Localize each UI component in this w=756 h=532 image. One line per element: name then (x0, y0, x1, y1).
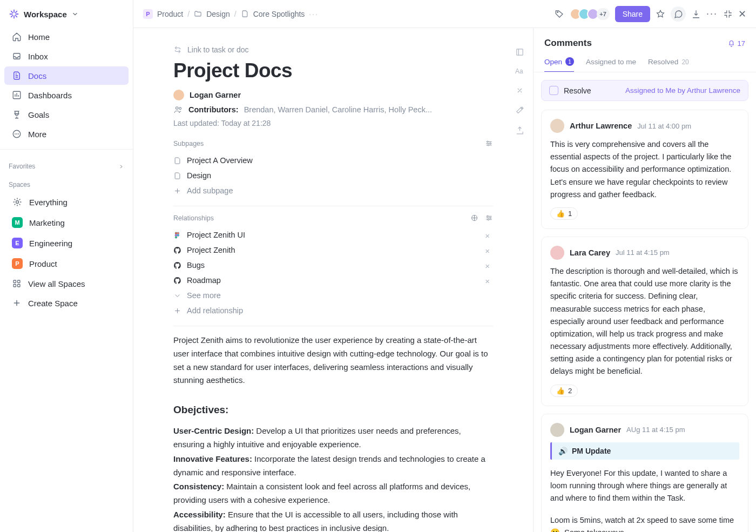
nav-goals[interactable]: Goals (4, 105, 129, 124)
breadcrumb-space-chip[interactable]: P (143, 9, 153, 19)
github-icon (173, 277, 181, 285)
overflow-menu-icon[interactable]: ··· (706, 8, 718, 19)
link-icon[interactable] (470, 214, 478, 222)
objective-item: User-Centric Design: Develop a UI that p… (173, 425, 493, 452)
page-width-icon[interactable] (515, 48, 524, 57)
relationship-item[interactable]: Roadmap × (173, 273, 493, 288)
collapse-icon[interactable] (723, 9, 733, 19)
space-label: Engineering (29, 239, 72, 248)
objective-item: Consistency: Maintain a consistent look … (173, 480, 493, 507)
remove-icon[interactable]: × (485, 231, 490, 240)
comment-card[interactable]: Lara Carey Jul 11 at 4:15 pm The descrip… (541, 237, 748, 406)
svg-rect-7 (18, 280, 21, 283)
link-task-row[interactable]: Link to task or doc (173, 45, 493, 54)
more-dots-icon[interactable]: ··· (309, 10, 319, 18)
chevron-down-icon (71, 10, 79, 18)
chevron-right-icon (118, 164, 124, 170)
github-icon (173, 261, 181, 270)
relationship-item[interactable]: Bugs × (173, 258, 493, 273)
svg-point-18 (487, 216, 489, 217)
breadcrumbs: P Product / Design / Core Spotlights ··· (143, 9, 319, 19)
grid-icon (12, 279, 22, 288)
resolve-button[interactable]: Resolve (549, 86, 591, 95)
favorites-heading[interactable]: Favorites (0, 155, 133, 173)
space-product[interactable]: P Product (4, 254, 129, 273)
reaction-chip[interactable]: 👍 1 (550, 207, 578, 220)
contributors-label: Contributors: (188, 105, 239, 114)
doc-body[interactable]: Project Zenith aims to revolutionize the… (173, 334, 493, 532)
subpage-item[interactable]: Project A Overview (173, 153, 493, 168)
comments-tab-assigned[interactable]: Assigned to me (586, 57, 636, 72)
breadcrumb-item[interactable]: Product (157, 10, 183, 18)
comments-tab-open[interactable]: Open 1 (544, 57, 574, 72)
checkbox-icon (549, 86, 558, 95)
github-icon (173, 246, 181, 254)
comment-icon[interactable] (671, 6, 686, 22)
export-icon[interactable] (515, 126, 524, 135)
workspace-logo-icon (9, 9, 19, 19)
nav-docs[interactable]: Docs (4, 66, 129, 85)
space-everything[interactable]: Everything (4, 192, 129, 212)
contributors-value[interactable]: Brendan, Warren Daniel, Caroline Harris,… (244, 105, 432, 114)
remove-icon[interactable]: × (485, 277, 490, 286)
space-badge: P (12, 258, 23, 269)
comment-card[interactable]: Logan Garner AUg 11 at 4:15 pm 🔊 PM Upda… (541, 414, 748, 532)
nav-home[interactable]: Home (4, 28, 129, 46)
tag-icon[interactable] (555, 9, 564, 19)
magic-wand-icon[interactable] (515, 106, 524, 115)
pm-update-banner: 🔊 PM Update (550, 442, 739, 460)
font-icon[interactable]: Aa (515, 68, 524, 75)
star-icon[interactable] (656, 9, 665, 19)
reaction-chip[interactable]: 👍 2 (550, 385, 578, 397)
relationship-item[interactable]: Project Zenith × (173, 243, 493, 258)
comments-tab-resolved[interactable]: Resolved 20 (648, 57, 689, 72)
doc-icon (173, 157, 181, 165)
doc-title[interactable]: Project Docs (173, 59, 493, 82)
tab-badge: 1 (565, 57, 574, 66)
add-relationship[interactable]: Add relationship (173, 303, 493, 318)
relationship-item[interactable]: Project Zenith UI × (173, 227, 493, 243)
subpage-item[interactable]: Design (173, 168, 493, 183)
nav-inbox[interactable]: Inbox (4, 47, 129, 65)
avatar (550, 246, 564, 260)
comment-date: AUg 11 at 4:15 pm (626, 426, 685, 434)
settings-icon[interactable] (485, 214, 493, 222)
last-updated: Last updated: Today at 21:28 (173, 119, 493, 127)
breadcrumb-item[interactable]: Core Spotlights (253, 10, 305, 18)
home-icon (12, 32, 22, 42)
docs-icon (12, 71, 22, 80)
breadcrumb-item[interactable]: Design (206, 10, 230, 18)
comment-card[interactable]: Arthur Lawrence Jul 11 at 4:00 pm This i… (541, 110, 748, 229)
avatar-more: +7 (597, 8, 610, 20)
spaces-heading: Spaces (0, 173, 133, 192)
svg-point-16 (488, 144, 489, 146)
space-badge: E (12, 238, 23, 248)
remove-icon[interactable]: × (485, 246, 490, 255)
workspace-switcher[interactable]: Workspace (0, 5, 133, 27)
space-marketing[interactable]: M Marketing (4, 213, 129, 232)
nav-label: More (28, 130, 46, 139)
view-all-spaces[interactable]: View all Spaces (4, 274, 129, 293)
share-button[interactable]: Share (615, 6, 650, 22)
see-more-relationships[interactable]: See more (173, 288, 493, 303)
subpages-header: Subpages (173, 139, 493, 147)
nav-dashboards[interactable]: Dashboards (4, 86, 129, 104)
remove-icon[interactable]: × (485, 261, 490, 271)
create-space[interactable]: Create Space (4, 294, 129, 312)
close-icon[interactable]: ✕ (738, 9, 746, 19)
download-icon[interactable] (691, 9, 701, 19)
svg-point-2 (15, 133, 16, 134)
space-engineering[interactable]: E Engineering (4, 233, 129, 253)
nav-label: Docs (28, 71, 46, 80)
assigned-by-label[interactable]: Assigned to Me by Arthur Lawrence (625, 86, 740, 95)
avatar-stack[interactable]: +7 (570, 8, 610, 20)
nav-label: Home (28, 32, 50, 42)
nav-more[interactable]: More (4, 125, 129, 143)
ai-icon[interactable] (515, 86, 524, 95)
add-subpage[interactable]: Add subpage (173, 183, 493, 198)
author-name[interactable]: Logan Garner (190, 91, 241, 99)
nav-label: Dashboards (28, 91, 72, 100)
view-all-label: View all Spaces (28, 279, 85, 288)
comments-notifications[interactable]: 17 (727, 39, 745, 48)
settings-icon[interactable] (485, 139, 493, 147)
